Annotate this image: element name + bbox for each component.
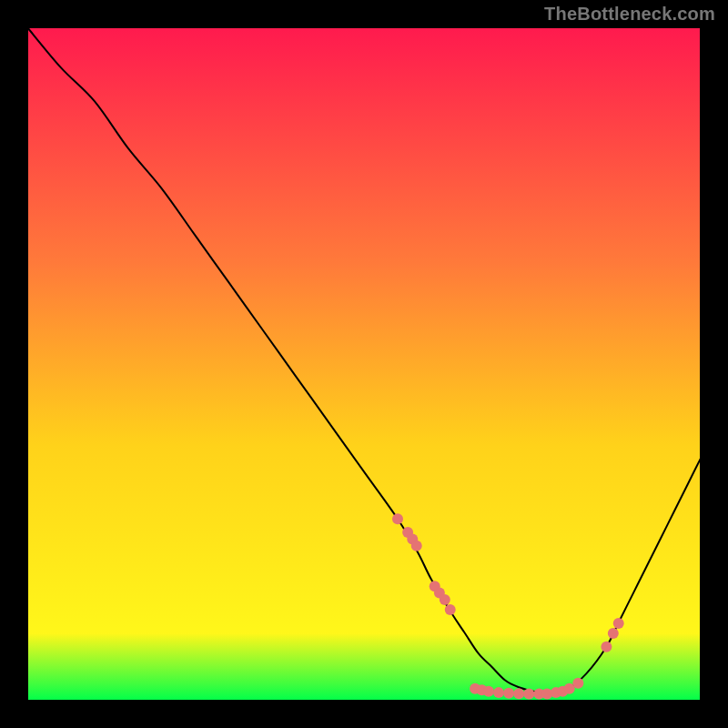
curve-marker (392, 513, 403, 524)
curve-marker (503, 688, 514, 699)
curve-marker (493, 687, 504, 698)
chart-svg (0, 0, 728, 728)
curve-marker (513, 688, 524, 699)
curve-marker (483, 686, 494, 697)
curve-marker (601, 642, 612, 652)
curve-marker (613, 618, 624, 629)
chart-frame: { "watermark": "TheBottleneck.com", "col… (0, 0, 728, 728)
curve-marker (440, 594, 450, 605)
curve-marker (608, 628, 619, 639)
plot-background (27, 27, 701, 701)
curve-marker (572, 678, 583, 689)
curve-marker (445, 604, 456, 615)
curve-marker (411, 541, 422, 551)
curve-marker (523, 689, 534, 700)
watermark-label: TheBottleneck.com (544, 4, 715, 25)
